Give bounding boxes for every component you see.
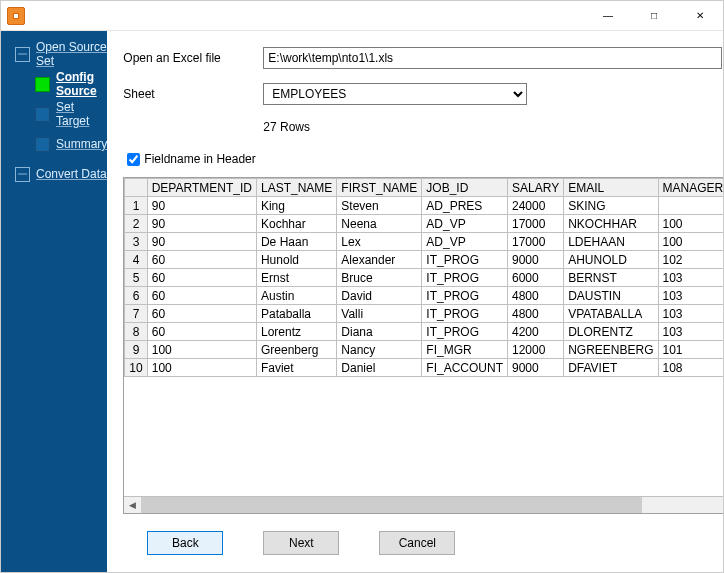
col-header[interactable]: EMAIL [564, 179, 658, 197]
col-header[interactable]: JOB_ID [422, 179, 508, 197]
sidebar-summary[interactable]: Summary [1, 129, 107, 159]
cell-email[interactable]: VPATABALLA [564, 305, 658, 323]
col-header[interactable]: MANAGER_ID [658, 179, 724, 197]
cell-job-id[interactable]: AD_VP [422, 215, 508, 233]
col-header[interactable]: FIRST_NAME [337, 179, 422, 197]
row-number[interactable]: 8 [125, 323, 147, 341]
col-header[interactable]: LAST_NAME [256, 179, 336, 197]
cell-first-name[interactable]: Valli [337, 305, 422, 323]
row-number[interactable]: 7 [125, 305, 147, 323]
sidebar-set-target[interactable]: Set Target [1, 99, 107, 129]
next-button[interactable]: Next [263, 531, 339, 555]
cell-salary[interactable]: 4800 [508, 305, 564, 323]
row-number[interactable]: 6 [125, 287, 147, 305]
fieldname-header-checkbox[interactable] [127, 153, 140, 166]
cell-job-id[interactable]: IT_PROG [422, 269, 508, 287]
sidebar-config-source[interactable]: Config Source [1, 69, 107, 99]
cell-department-id[interactable]: 90 [147, 233, 256, 251]
cell-department-id[interactable]: 60 [147, 251, 256, 269]
row-number[interactable]: 4 [125, 251, 147, 269]
cell-email[interactable]: DFAVIET [564, 359, 658, 377]
cancel-button[interactable]: Cancel [379, 531, 455, 555]
cell-last-name[interactable]: Kochhar [256, 215, 336, 233]
cell-department-id[interactable]: 100 [147, 341, 256, 359]
cell-job-id[interactable]: AD_PRES [422, 197, 508, 215]
row-number[interactable]: 10 [125, 359, 147, 377]
cell-job-id[interactable]: FI_MGR [422, 341, 508, 359]
cell-salary[interactable]: 6000 [508, 269, 564, 287]
table-row[interactable]: 290KochharNeenaAD_VP17000NKOCHHAR100 [125, 215, 724, 233]
table-row[interactable]: 560ErnstBruceIT_PROG6000BERNST103 [125, 269, 724, 287]
cell-email[interactable]: BERNST [564, 269, 658, 287]
cell-last-name[interactable]: Hunold [256, 251, 336, 269]
cell-salary[interactable]: 17000 [508, 215, 564, 233]
cell-manager-id[interactable] [658, 197, 724, 215]
cell-first-name[interactable]: Nancy [337, 341, 422, 359]
cell-manager-id[interactable]: 100 [658, 215, 724, 233]
table-row[interactable]: 760PataballaValliIT_PROG4800VPATABALLA10… [125, 305, 724, 323]
cell-last-name[interactable]: Pataballa [256, 305, 336, 323]
scroll-left-icon[interactable]: ◀ [124, 497, 141, 514]
cell-job-id[interactable]: FI_ACCOUNT [422, 359, 508, 377]
cell-manager-id[interactable]: 103 [658, 287, 724, 305]
cell-salary[interactable]: 9000 [508, 251, 564, 269]
cell-department-id[interactable]: 90 [147, 197, 256, 215]
cell-email[interactable]: NKOCHHAR [564, 215, 658, 233]
table-row[interactable]: 460HunoldAlexanderIT_PROG9000AHUNOLD102 [125, 251, 724, 269]
cell-salary[interactable]: 12000 [508, 341, 564, 359]
cell-department-id[interactable]: 90 [147, 215, 256, 233]
cell-job-id[interactable]: IT_PROG [422, 305, 508, 323]
cell-department-id[interactable]: 60 [147, 287, 256, 305]
horizontal-scrollbar[interactable]: ◀ ▶ [124, 496, 724, 513]
cell-salary[interactable]: 4800 [508, 287, 564, 305]
cell-manager-id[interactable]: 100 [658, 233, 724, 251]
cell-email[interactable]: NGREENBERG [564, 341, 658, 359]
row-number[interactable]: 9 [125, 341, 147, 359]
cell-first-name[interactable]: Alexander [337, 251, 422, 269]
sidebar-convert-data[interactable]: Convert Data [1, 159, 107, 189]
cell-email[interactable]: SKING [564, 197, 658, 215]
maximize-button[interactable]: □ [631, 1, 677, 31]
cell-job-id[interactable]: IT_PROG [422, 251, 508, 269]
cell-manager-id[interactable]: 102 [658, 251, 724, 269]
filepath-input[interactable] [263, 47, 722, 69]
row-number[interactable]: 2 [125, 215, 147, 233]
col-header[interactable]: DEPARTMENT_ID [147, 179, 256, 197]
cell-last-name[interactable]: Greenberg [256, 341, 336, 359]
cell-first-name[interactable]: Bruce [337, 269, 422, 287]
cell-manager-id[interactable]: 101 [658, 341, 724, 359]
cell-job-id[interactable]: AD_VP [422, 233, 508, 251]
close-button[interactable]: ✕ [677, 1, 723, 31]
cell-salary[interactable]: 4200 [508, 323, 564, 341]
minimize-button[interactable]: — [585, 1, 631, 31]
cell-first-name[interactable]: David [337, 287, 422, 305]
table-row[interactable]: 660AustinDavidIT_PROG4800DAUSTIN103 [125, 287, 724, 305]
cell-last-name[interactable]: Lorentz [256, 323, 336, 341]
cell-email[interactable]: DAUSTIN [564, 287, 658, 305]
table-row[interactable]: 190KingStevenAD_PRES24000SKING [125, 197, 724, 215]
col-header[interactable]: SALARY [508, 179, 564, 197]
cell-manager-id[interactable]: 103 [658, 323, 724, 341]
table-row[interactable]: 860LorentzDianaIT_PROG4200DLORENTZ103 [125, 323, 724, 341]
cell-first-name[interactable]: Diana [337, 323, 422, 341]
cell-department-id[interactable]: 100 [147, 359, 256, 377]
cell-first-name[interactable]: Daniel [337, 359, 422, 377]
cell-manager-id[interactable]: 108 [658, 359, 724, 377]
cell-manager-id[interactable]: 103 [658, 269, 724, 287]
cell-last-name[interactable]: Ernst [256, 269, 336, 287]
table-row[interactable]: 10100FavietDanielFI_ACCOUNT9000DFAVIET10… [125, 359, 724, 377]
cell-last-name[interactable]: Austin [256, 287, 336, 305]
cell-last-name[interactable]: De Haan [256, 233, 336, 251]
row-number[interactable]: 5 [125, 269, 147, 287]
table-row[interactable]: 9100GreenbergNancyFI_MGR12000NGREENBERG1… [125, 341, 724, 359]
cell-last-name[interactable]: Faviet [256, 359, 336, 377]
cell-department-id[interactable]: 60 [147, 305, 256, 323]
cell-job-id[interactable]: IT_PROG [422, 287, 508, 305]
cell-department-id[interactable]: 60 [147, 269, 256, 287]
cell-first-name[interactable]: Steven [337, 197, 422, 215]
cell-email[interactable]: LDEHAAN [564, 233, 658, 251]
cell-email[interactable]: DLORENTZ [564, 323, 658, 341]
sidebar-open-source-set[interactable]: Open Source Set [1, 39, 107, 69]
cell-job-id[interactable]: IT_PROG [422, 323, 508, 341]
cell-salary[interactable]: 24000 [508, 197, 564, 215]
